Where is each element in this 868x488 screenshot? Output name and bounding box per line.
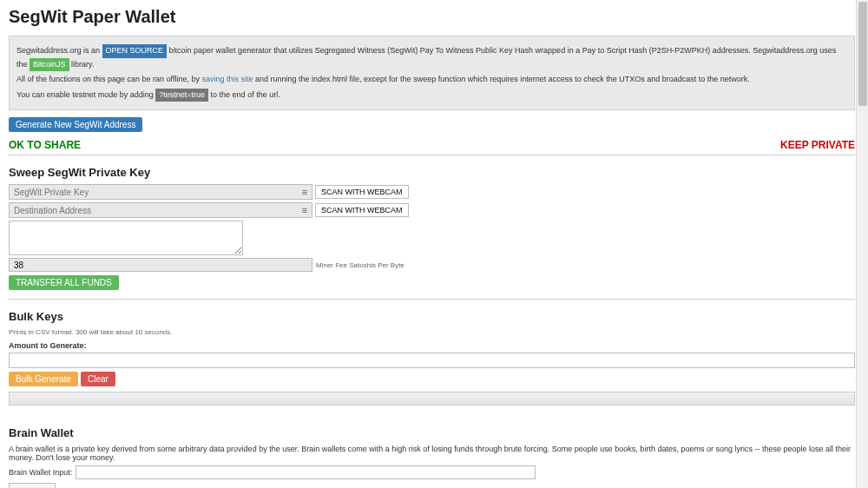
ok-to-share-label: OK TO SHARE bbox=[9, 139, 81, 151]
bulk-output-bar bbox=[9, 392, 855, 406]
page-title: SegWit Paper Wallet bbox=[9, 7, 855, 27]
brain-heading: Brain Wallet bbox=[9, 426, 855, 439]
bulk-heading: Bulk Keys bbox=[9, 310, 855, 323]
info-line-3: You can enable testnet mode by adding ?t… bbox=[16, 89, 847, 102]
sweep-dest-input[interactable] bbox=[10, 206, 298, 215]
scrollbar-thumb[interactable] bbox=[858, 2, 867, 106]
testnet-badge: ?testnet=true bbox=[155, 89, 208, 102]
menu-icon[interactable]: ≡ bbox=[298, 205, 312, 215]
scan-webcam-button-2[interactable]: SCAN WITH WEBCAM bbox=[315, 203, 409, 217]
saving-site-link[interactable]: saving this site bbox=[201, 75, 253, 83]
brain-wallet-input[interactable] bbox=[76, 465, 536, 479]
info-line-2: All of the functions on this page can be… bbox=[16, 74, 847, 86]
sweep-heading: Sweep SegWit Private Key bbox=[9, 166, 855, 179]
divider bbox=[9, 155, 855, 155]
bitcoinjs-badge: BitcoinJS bbox=[30, 58, 69, 72]
brain-input-label: Brain Wallet Input: bbox=[9, 468, 72, 477]
miner-fee-label: Miner Fee Satoshis Per Byte bbox=[316, 261, 404, 269]
scan-webcam-button-1[interactable]: SCAN WITH WEBCAM bbox=[315, 185, 409, 199]
generate-address-button[interactable]: Generate New SegWit Address bbox=[9, 117, 142, 132]
open-source-badge: OPEN SOURCE bbox=[102, 44, 168, 58]
divider bbox=[9, 299, 855, 300]
brain-desc: A brain wallet is a private key derived … bbox=[9, 445, 855, 462]
brain-create-button[interactable]: Create bbox=[9, 483, 56, 488]
miner-fee-input[interactable] bbox=[9, 258, 312, 272]
menu-icon[interactable]: ≡ bbox=[298, 187, 312, 197]
scrollbar-track[interactable] bbox=[856, 0, 868, 488]
info-line-1: Segwitaddress.org is an OPEN SOURCE bitc… bbox=[16, 44, 847, 71]
info-box: Segwitaddress.org is an OPEN SOURCE bitc… bbox=[9, 36, 855, 110]
sweep-textarea[interactable] bbox=[9, 221, 243, 255]
bulk-note: Prints in CSV format. 300 will take abou… bbox=[9, 328, 855, 336]
clear-button[interactable]: Clear bbox=[81, 372, 115, 386]
amount-generate-label: Amount to Generate: bbox=[9, 341, 855, 350]
keep-private-label: KEEP PRIVATE bbox=[780, 139, 855, 151]
amount-generate-input[interactable] bbox=[9, 353, 855, 368]
bulk-generate-button[interactable]: Bulk Generate bbox=[9, 372, 78, 386]
sweep-privkey-input[interactable] bbox=[10, 188, 298, 197]
transfer-funds-button[interactable]: TRANSFER ALL FUNDS bbox=[9, 275, 119, 290]
